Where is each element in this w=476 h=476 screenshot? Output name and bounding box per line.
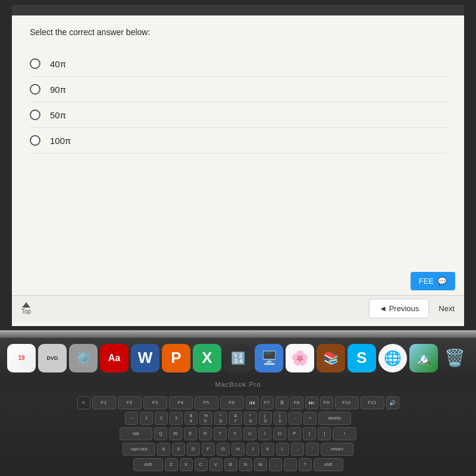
key-f11[interactable]: F11 xyxy=(361,396,384,409)
photos-icon[interactable]: 🌸 xyxy=(286,344,314,372)
previous-button[interactable]: ◄ Previous xyxy=(369,299,429,318)
system-prefs-icon[interactable]: ⚙️ xyxy=(69,344,98,372)
key-shift-r[interactable]: shift xyxy=(314,458,343,471)
key-return[interactable]: return xyxy=(321,443,353,456)
key-d[interactable]: D xyxy=(187,443,200,456)
key-quote[interactable]: ' xyxy=(306,443,319,456)
key-x[interactable]: X xyxy=(180,458,193,471)
key-r[interactable]: R xyxy=(199,427,212,440)
finder-icon[interactable]: 🏔️ xyxy=(409,344,438,372)
calculator-icon[interactable]: 🔢 xyxy=(224,344,252,372)
key-bracket-r[interactable]: ] xyxy=(318,427,331,440)
key-4[interactable]: $4 xyxy=(184,412,198,425)
key-tab[interactable]: tab xyxy=(120,427,152,440)
key-f2[interactable]: F2 xyxy=(118,396,142,409)
skype-icon[interactable]: S xyxy=(347,344,376,372)
books-icon[interactable]: 📚 xyxy=(317,344,345,372)
key-z[interactable]: Z xyxy=(165,458,178,471)
key-minus[interactable]: - xyxy=(289,412,302,425)
radio-b[interactable] xyxy=(30,84,40,95)
screen-content: Select the correct answer below: 40π 90π… xyxy=(12,5,464,326)
key-i[interactable]: I xyxy=(258,427,271,440)
key-h[interactable]: H xyxy=(231,443,245,456)
key-f4[interactable]: F4 xyxy=(169,396,193,409)
key-slash[interactable]: ? xyxy=(299,458,312,471)
radio-a[interactable] xyxy=(30,58,40,69)
feedback-button[interactable]: FEE 💬 xyxy=(411,272,455,290)
key-0[interactable]: )0 xyxy=(274,412,287,425)
key-8[interactable]: *8 xyxy=(244,412,257,425)
key-c[interactable]: C xyxy=(195,458,208,471)
key-5[interactable]: %5 xyxy=(199,412,212,425)
key-f8[interactable]: F8 xyxy=(290,396,303,409)
key-f5[interactable]: F5 xyxy=(195,396,218,409)
key-3[interactable]: 3 xyxy=(170,412,183,425)
radio-d[interactable] xyxy=(30,135,40,146)
key-m[interactable]: M xyxy=(254,458,267,471)
feedback-label: FEE xyxy=(419,277,434,286)
calendar-icon[interactable]: 19 xyxy=(7,344,36,372)
key-f1[interactable]: F1 xyxy=(92,396,116,409)
key-u[interactable]: U xyxy=(243,427,256,440)
option-d[interactable]: 100π xyxy=(30,128,446,154)
key-play[interactable]: ⏸ xyxy=(275,396,289,409)
quiz-area: Select the correct answer below: 40π 90π… xyxy=(12,15,464,165)
key-caps[interactable]: caps lock xyxy=(123,443,155,456)
chrome-icon[interactable]: 🌐 xyxy=(378,344,407,372)
option-d-text: 100π xyxy=(50,136,71,146)
option-c[interactable]: 50π xyxy=(30,102,446,128)
key-j[interactable]: J xyxy=(246,443,259,456)
key-e[interactable]: E xyxy=(184,427,197,440)
key-q[interactable]: Q xyxy=(154,427,167,440)
key-backslash[interactable]: \ xyxy=(333,427,356,440)
key-s[interactable]: S xyxy=(172,443,185,456)
key-semicolon[interactable]: ; xyxy=(291,443,304,456)
key-next-media[interactable]: ⏭ xyxy=(305,396,318,409)
key-tilde[interactable]: ~ xyxy=(125,412,138,425)
top-nav[interactable]: Top xyxy=(21,302,31,315)
key-esc[interactable]: ⎋ xyxy=(77,396,90,409)
option-a[interactable]: 40π xyxy=(30,51,446,77)
key-bracket-l[interactable]: [ xyxy=(303,427,316,440)
key-f3[interactable]: F3 xyxy=(143,396,167,409)
trash-icon[interactable]: 🗑️ xyxy=(440,344,469,372)
key-f10[interactable]: F10 xyxy=(335,396,359,409)
key-o[interactable]: O xyxy=(273,427,286,440)
key-9[interactable]: (9 xyxy=(259,412,272,425)
key-2[interactable]: 2 xyxy=(155,412,168,425)
option-b[interactable]: 90π xyxy=(30,77,446,102)
key-v[interactable]: V xyxy=(209,458,223,471)
key-f6[interactable]: F6 xyxy=(220,396,244,409)
key-l[interactable]: L xyxy=(276,443,289,456)
keynote-icon[interactable]: X xyxy=(193,344,221,372)
previous-label: ◄ Previous xyxy=(379,304,419,313)
key-7[interactable]: &7 xyxy=(229,412,242,425)
key-equals[interactable]: = xyxy=(303,412,317,425)
key-f9[interactable]: F9 xyxy=(320,396,333,409)
dvd-player-icon[interactable]: DVD xyxy=(38,344,67,372)
key-prev-media[interactable]: ⏮ xyxy=(246,396,259,409)
key-delete[interactable]: delete xyxy=(318,412,351,425)
key-t[interactable]: T xyxy=(214,427,227,440)
pages-icon[interactable]: P xyxy=(162,344,190,372)
key-period[interactable]: . xyxy=(284,458,297,471)
key-comma[interactable]: , xyxy=(269,458,282,471)
key-f[interactable]: F xyxy=(202,443,215,456)
key-p[interactable]: P xyxy=(288,427,301,440)
key-shift-l[interactable]: shift xyxy=(133,458,163,471)
key-w[interactable]: W xyxy=(169,427,182,440)
key-g[interactable]: G xyxy=(217,443,230,456)
key-f7[interactable]: F7 xyxy=(261,396,274,409)
key-n[interactable]: N xyxy=(239,458,252,471)
key-a[interactable]: A xyxy=(157,443,170,456)
word-icon[interactable]: W xyxy=(131,344,159,372)
key-y[interactable]: Y xyxy=(228,427,242,440)
key-1[interactable]: 1 xyxy=(140,412,153,425)
radio-c[interactable] xyxy=(30,109,40,120)
key-b[interactable]: B xyxy=(224,458,237,471)
key-vol-up[interactable]: 🔊 xyxy=(386,396,399,409)
dictionary-icon[interactable]: Aa xyxy=(100,344,129,372)
remote-desktop-icon[interactable]: 🖥️ xyxy=(255,344,283,372)
key-6[interactable]: ^6 xyxy=(214,412,227,425)
key-k[interactable]: K xyxy=(261,443,274,456)
